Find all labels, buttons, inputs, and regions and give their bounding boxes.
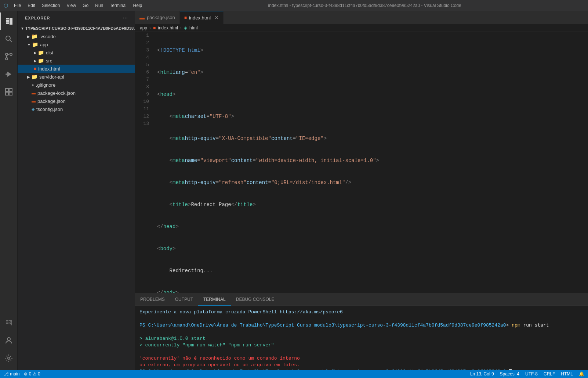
tree-item-tsconfig[interactable]: ◆ tsconfig.json [18, 105, 135, 113]
term-error-1: 'concurrently' não é reconhecido como um… [139, 356, 300, 361]
svg-rect-12 [6, 92, 8, 95]
sidebar-header: EXPLORER ··· [18, 11, 135, 24]
code-line-12: </body> [157, 289, 588, 293]
tab-index-html[interactable]: ■ index.html ✕ [180, 11, 224, 24]
app-folder-icon: 📁 [32, 42, 38, 47]
tree-item-app[interactable]: ▼ 📁 app [18, 40, 135, 48]
tab-package-json[interactable]: ▬ package.json [135, 11, 180, 24]
code-line-5: <meta http-equiv="X-UA-Compatible" conte… [157, 135, 588, 142]
status-language[interactable]: HTML [561, 371, 573, 377]
terminal-tab-terminal[interactable]: TERMINAL [198, 293, 231, 306]
extensions-activity-icon[interactable] [0, 83, 18, 101]
line-numbers: 1 2 3 4 5 6 7 8 9 10 11 12 13 [135, 32, 153, 293]
sidebar-actions[interactable]: ··· [123, 15, 128, 21]
status-line-col[interactable]: Ln 13, Col 9 [470, 371, 494, 377]
index-html-tab-icon: ■ [184, 15, 187, 20]
dist-label: dist [46, 50, 53, 55]
menu-edit[interactable]: Edit [25, 2, 38, 9]
title-bar: ⬡ File Edit Selection View Go Run Termin… [0, 0, 588, 11]
code-line-10: <body> [157, 245, 588, 252]
menu-selection[interactable]: Selection [39, 2, 63, 9]
source-control-activity-icon[interactable] [0, 48, 18, 65]
src-label: src [46, 58, 52, 64]
term-line-4: > concurrently "npm run watch" "npm run … [139, 342, 584, 349]
explorer-activity-icon[interactable] [0, 12, 18, 30]
tsconfig-icon: ◆ [32, 107, 35, 112]
svg-point-9 [6, 73, 7, 75]
code-line-9: </head> [157, 223, 588, 230]
dist-folder-icon: 📁 [38, 50, 44, 55]
svg-point-0 [6, 36, 10, 40]
settings-activity-icon[interactable] [0, 349, 18, 367]
src-folder-icon: 📁 [38, 58, 44, 64]
svg-point-14 [7, 338, 10, 341]
vscode-label: .vscode [39, 34, 56, 39]
term-path-1: PS C:\Users\amand\OneDrive\Área de Traba… [139, 323, 506, 328]
breadcrumb-symbol[interactable]: html [189, 25, 198, 30]
close-tab-button[interactable]: ✕ [214, 15, 219, 21]
package-json-label: package.json [37, 98, 66, 104]
file-tree: ▼ TYPESCRIPT-CURSO-3-F4398D11CF4A7B0FD5A… [18, 24, 135, 370]
index-html-label: index.html [38, 66, 60, 72]
sidebar-title: EXPLORER [25, 16, 50, 20]
tree-root[interactable]: ▼ TYPESCRIPT-CURSO-3-F4398D11CF4A7B0FD5A… [18, 24, 135, 32]
vscode-folder-icon: 📁 [31, 33, 37, 39]
tree-item-src[interactable]: ▶ 📁 src [18, 57, 135, 65]
terminal-tab-problems[interactable]: PROBLEMS [135, 293, 170, 306]
index-html-tab-label: index.html [189, 15, 211, 21]
tree-item-package-json[interactable]: ▬ package.json [18, 97, 135, 105]
menu-file[interactable]: File [11, 2, 24, 9]
extensions2-activity-icon[interactable] [0, 314, 18, 332]
status-encoding[interactable]: UTF-8 [525, 371, 538, 377]
status-line-ending[interactable]: CRLF [544, 371, 555, 377]
term-line-5: 'concurrently' não é reconhecido como um… [139, 355, 584, 362]
menu-bar: File Edit Selection View Go Run Terminal… [11, 2, 145, 9]
app-label: app [40, 42, 48, 47]
terminal-tab-output[interactable]: OUTPUT [170, 293, 198, 306]
gitignore-icon: ● [32, 83, 34, 87]
breadcrumb-file[interactable]: index.html [158, 25, 178, 30]
menu-terminal[interactable]: Terminal [107, 2, 129, 9]
tree-item-dist[interactable]: ▶ 📁 dist [18, 48, 135, 57]
main-layout: EXPLORER ··· ▼ TYPESCRIPT-CURSO-3-F4398D… [0, 11, 588, 370]
status-feedback[interactable]: 🔔 [579, 371, 584, 377]
terminal-panel: PROBLEMS OUTPUT TERMINAL DEBUG CONSOLE E… [135, 293, 588, 370]
status-errors[interactable]: ⊗ 0 ⚠ 0 [24, 371, 40, 377]
tree-item-index-html[interactable]: ■ index.html [18, 65, 135, 73]
run-debug-activity-icon[interactable] [0, 65, 18, 83]
tree-item-servidor-api[interactable]: ▶ 📁 servidor-api [18, 73, 135, 81]
status-bar-right: Ln 13, Col 9 Spaces: 4 UTF-8 CRLF HTML 🔔 [470, 371, 584, 377]
breadcrumb-symbol-icon: ◈ [184, 25, 187, 30]
term-info-text: Experimente a nova plataforma cruzada Po… [139, 309, 343, 315]
menu-run[interactable]: Run [92, 2, 106, 9]
activity-bar [0, 11, 18, 370]
tree-item-vscode[interactable]: ▶ 📁 .vscode [18, 32, 135, 40]
term-line-6: ou externo, um programa operável ou um a… [139, 362, 584, 368]
breadcrumb-app[interactable]: app [140, 25, 147, 30]
root-label: TYPESCRIPT-CURSO-3-F4398D11CF4A7B0FD5ADF… [25, 26, 135, 30]
menu-help[interactable]: Help [130, 2, 145, 9]
menu-go[interactable]: Go [80, 2, 91, 9]
package-lock-icon: ▬ [32, 91, 36, 95]
term-output-2: > concurrently "npm run watch" "npm run … [139, 342, 274, 348]
terminal-tab-debug[interactable]: DEBUG CONSOLE [231, 293, 280, 306]
activity-bar-bottom [0, 314, 18, 370]
vscode-arrow: ▶ [27, 35, 30, 39]
window-title: index.html - typescript-curso-3-f4398d11… [145, 3, 584, 8]
status-spaces[interactable]: Spaces: 4 [500, 371, 519, 377]
svg-rect-11 [9, 89, 12, 91]
package-lock-label: package-lock.json [37, 90, 76, 96]
breadcrumb-sep2: › [180, 25, 182, 30]
menu-view[interactable]: View [63, 2, 79, 9]
terminal-content[interactable]: Experimente a nova plataforma cruzada Po… [135, 306, 588, 370]
term-line-2: PS C:\Users\amand\OneDrive\Área de Traba… [139, 322, 584, 329]
tree-item-gitignore[interactable]: ● .gitignore [18, 81, 135, 89]
term-npm-cmd: npm [509, 323, 520, 328]
code-content: 1 2 3 4 5 6 7 8 9 10 11 12 13 <!DOCTYPE [135, 32, 588, 293]
tree-item-package-lock[interactable]: ▬ package-lock.json [18, 89, 135, 97]
search-activity-icon[interactable] [0, 30, 18, 48]
account-activity-icon[interactable] [0, 332, 18, 349]
term-output-1: > alurabank@1.0.0 start [139, 336, 205, 341]
code-editor[interactable]: 1 2 3 4 5 6 7 8 9 10 11 12 13 <!DOCTYPE [135, 32, 588, 293]
status-branch[interactable]: ⎇ main [4, 371, 19, 377]
